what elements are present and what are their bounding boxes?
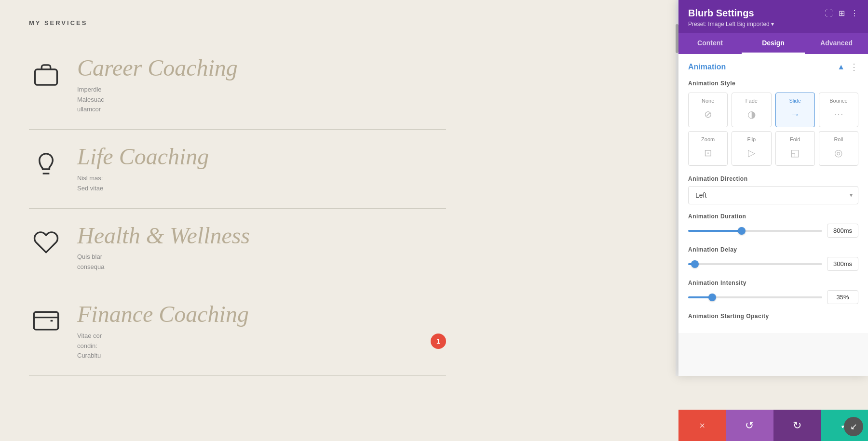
- service-icon-health: [29, 226, 63, 259]
- anim-icon-bounce: ⋯: [831, 107, 846, 122]
- service-item-life: Life Coaching Nisl mas:Sed vitae: [29, 130, 446, 208]
- animation-direction-select[interactable]: Left Right Top Bottom: [688, 186, 858, 204]
- anim-icon-none: ⊘: [700, 107, 716, 122]
- anim-option-zoom[interactable]: Zoom ⊡: [688, 131, 728, 166]
- tab-content[interactable]: Content: [678, 33, 742, 54]
- redo-icon: ↻: [793, 419, 801, 432]
- settings-panel: Blurb Settings ⛶ ⊞ ⋮ Preset: Image Left …: [678, 0, 868, 376]
- animation-direction-label: Animation Direction: [688, 175, 858, 182]
- animation-section-header: Animation ▲ ⋮: [688, 62, 858, 72]
- service-info-finance: Finance Coaching Vitae corcondin:Curabit…: [77, 302, 446, 361]
- service-icon-life: [29, 147, 63, 180]
- animation-intensity-track[interactable]: [688, 296, 822, 298]
- anim-option-none[interactable]: None ⊘: [688, 93, 728, 127]
- animation-title: Animation: [688, 63, 726, 71]
- service-text-career: ImperdieMalesuacullamcor: [77, 85, 366, 115]
- service-item-career: Career Coaching ImperdieMalesuacullamcor: [29, 41, 446, 130]
- cancel-icon: ×: [699, 419, 705, 432]
- tab-design[interactable]: Design: [742, 33, 805, 54]
- anim-label-fold: Fold: [790, 136, 800, 142]
- anim-option-slide[interactable]: Slide →: [775, 93, 815, 127]
- service-icon-career: [29, 58, 63, 92]
- animation-delay-value[interactable]: 300ms: [827, 257, 858, 271]
- animation-duration-thumb[interactable]: [738, 227, 746, 235]
- service-name-finance: Finance Coaching: [77, 302, 446, 327]
- animation-delay-field: Animation Delay 300ms: [688, 246, 858, 271]
- animation-intensity-label: Animation Intensity: [688, 280, 858, 286]
- animation-direction-field: Animation Direction Left Right Top Botto…: [688, 175, 858, 204]
- animation-intensity-field: Animation Intensity 35%: [688, 280, 858, 304]
- cancel-button[interactable]: ×: [678, 410, 726, 441]
- animation-direction-select-wrapper: Left Right Top Bottom ▾: [688, 186, 858, 204]
- anim-icon-zoom: ⊡: [700, 145, 716, 160]
- anim-icon-roll: ◎: [831, 145, 846, 160]
- service-text-health: Quis blarconsequa: [77, 252, 366, 272]
- anim-option-roll[interactable]: Roll ◎: [819, 131, 858, 166]
- animation-style-grid: None ⊘ Fade ◑ Slide → Bounce ⋯ Zoom ⊡ Fl…: [688, 93, 858, 166]
- svg-rect-0: [35, 69, 57, 85]
- panel-header-icons: ⛶ ⊞ ⋮: [825, 9, 858, 18]
- service-name-health: Health & Wellness: [77, 223, 446, 249]
- service-info-career: Career Coaching ImperdieMalesuacullamcor: [77, 55, 446, 115]
- animation-duration-track[interactable]: [688, 230, 822, 232]
- animation-section: Animation ▲ ⋮ Animation Style None ⊘ Fad…: [678, 54, 868, 333]
- anim-label-roll: Roll: [834, 136, 843, 142]
- animation-style-label: Animation Style: [688, 80, 858, 87]
- section-title: MY SERVICES: [29, 19, 446, 27]
- anim-icon-slide: →: [787, 107, 803, 122]
- services-list: Career Coaching ImperdieMalesuacullamcor…: [29, 41, 446, 376]
- undo-button[interactable]: ↺: [726, 410, 773, 441]
- anim-label-slide: Slide: [789, 98, 800, 104]
- columns-icon[interactable]: ⊞: [839, 9, 845, 18]
- fullscreen-icon[interactable]: ⛶: [825, 9, 833, 18]
- panel-preset[interactable]: Preset: Image Left Big imported ▾: [688, 21, 858, 27]
- animation-delay-thumb[interactable]: [691, 260, 699, 268]
- tab-advanced[interactable]: Advanced: [805, 33, 868, 54]
- animation-duration-value[interactable]: 800ms: [827, 224, 858, 238]
- anim-icon-flip: ▷: [744, 145, 759, 160]
- service-item-finance: Finance Coaching Vitae corcondin:Curabit…: [29, 287, 446, 376]
- service-info-health: Health & Wellness Quis blarconsequa: [77, 223, 446, 272]
- more-icon[interactable]: ⋮: [851, 9, 858, 18]
- service-text-life: Nisl mas:Sed vitae: [77, 174, 366, 194]
- service-name-life: Life Coaching: [77, 144, 446, 170]
- main-content: MY SERVICES Career Coaching ImperdieMale…: [0, 0, 475, 441]
- collapse-icon[interactable]: ▲: [837, 63, 845, 71]
- redo-button[interactable]: ↻: [773, 410, 821, 441]
- panel-title: Blurb Settings: [688, 8, 754, 19]
- service-icon-finance: [29, 304, 63, 338]
- animation-intensity-value[interactable]: 35%: [827, 290, 858, 304]
- service-info-life: Life Coaching Nisl mas:Sed vitae: [77, 144, 446, 193]
- svg-rect-2: [34, 312, 58, 330]
- bottom-toolbar: × ↺ ↻ ✓: [678, 410, 868, 441]
- anim-label-fade: Fade: [746, 98, 758, 104]
- panel-header: Blurb Settings ⛶ ⊞ ⋮ Preset: Image Left …: [678, 0, 868, 33]
- anim-option-fade[interactable]: Fade ◑: [732, 93, 771, 127]
- service-item-health: Health & Wellness Quis blarconsequa: [29, 209, 446, 287]
- anim-label-none: None: [702, 98, 714, 104]
- anim-option-fold[interactable]: Fold ◱: [775, 131, 815, 166]
- animation-delay-label: Animation Delay: [688, 246, 858, 253]
- anim-icon-fold: ◱: [787, 145, 803, 160]
- notification-badge: 1: [431, 334, 446, 349]
- undo-icon: ↺: [745, 419, 754, 432]
- animation-starting-opacity-label: Animation Starting Opacity: [688, 313, 858, 321]
- animation-duration-field: Animation Duration 800ms: [688, 213, 858, 238]
- panel-body[interactable]: Animation ▲ ⋮ Animation Style None ⊘ Fad…: [678, 54, 868, 376]
- animation-duration-fill: [688, 230, 742, 232]
- animation-intensity-thumb[interactable]: [708, 294, 716, 301]
- anim-label-flip: Flip: [747, 136, 756, 142]
- panel-tabs: Content Design Advanced: [678, 33, 868, 54]
- service-name-career: Career Coaching: [77, 55, 446, 81]
- anim-option-bounce[interactable]: Bounce ⋯: [819, 93, 858, 127]
- anim-label-bounce: Bounce: [829, 98, 847, 104]
- anim-label-zoom: Zoom: [701, 136, 715, 142]
- corner-settings-icon[interactable]: ↙: [844, 417, 863, 436]
- anim-icon-fade: ◑: [744, 107, 759, 122]
- animation-duration-label: Animation Duration: [688, 213, 858, 220]
- service-text-finance: Vitae corcondin:Curabitu: [77, 331, 366, 361]
- animation-delay-track[interactable]: [688, 263, 822, 265]
- anim-option-flip[interactable]: Flip ▷: [732, 131, 771, 166]
- animation-style-field: Animation Style None ⊘ Fade ◑ Slide → Bo…: [688, 80, 858, 166]
- section-more-icon[interactable]: ⋮: [850, 62, 858, 72]
